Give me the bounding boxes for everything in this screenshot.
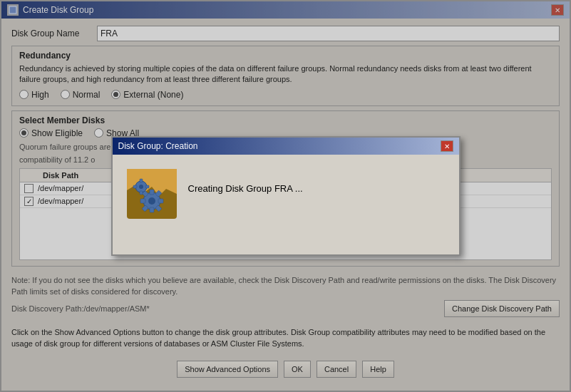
svg-rect-18 (145, 185, 149, 188)
sub-dialog-close-button[interactable]: ✕ (441, 140, 453, 152)
svg-point-5 (148, 197, 155, 205)
svg-rect-6 (150, 190, 154, 195)
gear-icon (127, 169, 177, 219)
sub-title-bar: Disk Group: Creation ✕ (113, 138, 459, 155)
svg-rect-16 (140, 179, 143, 182)
sub-dialog: Disk Group: Creation ✕ (111, 136, 461, 256)
svg-rect-7 (150, 207, 154, 212)
svg-rect-8 (158, 199, 163, 203)
sub-dialog-message: Creating Disk Group FRA ... (188, 169, 303, 194)
sub-dialog-content: Creating Disk Group FRA ... (113, 155, 459, 254)
overlay: Disk Group: Creation ✕ (1, 1, 570, 391)
sub-dialog-title: Disk Group: Creation (118, 141, 198, 151)
svg-point-15 (139, 185, 143, 189)
svg-rect-9 (140, 199, 145, 203)
main-dialog: Create Disk Group ✕ Disk Group Name Redu… (0, 0, 571, 392)
svg-rect-17 (140, 191, 143, 195)
svg-rect-19 (133, 185, 137, 188)
